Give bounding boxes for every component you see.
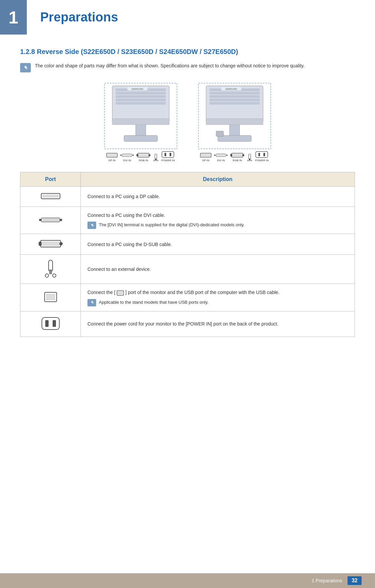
svg-point-52: [230, 154, 232, 157]
note-box: ✎ The color and shape of parts may diffe…: [20, 62, 355, 72]
headphone-port-icon: [45, 259, 57, 278]
port-cell-dvi: [20, 207, 81, 234]
svg-point-23: [148, 154, 150, 156]
svg-rect-64: [42, 194, 59, 198]
section-heading: 1.2.8 Reverse Side (S22E650D / S23E650D …: [20, 48, 355, 56]
svg-rect-28: [162, 152, 174, 158]
diagram-left: SAMSUNG DP IN: [104, 82, 178, 162]
svg-rect-24: [155, 154, 157, 159]
svg-point-14: [120, 155, 122, 156]
port-label-dvi-left: DVI IN: [120, 152, 134, 162]
note-text: The color and shape of parts may differ …: [35, 62, 305, 69]
port-label-hp-right: [247, 154, 252, 162]
svg-rect-54: [232, 154, 242, 157]
table-row: Connect to a PC using a DP cable.: [20, 187, 355, 207]
dvi-note: ✎ The [DVI IN] terminal is supplied for …: [87, 222, 348, 229]
svg-rect-45: [201, 154, 210, 157]
desc-cell-rgb: Connect to a PC using the D-SUB cable.: [81, 234, 355, 255]
usb-note-icon: ✎: [87, 299, 96, 306]
port-label-power-left: POWER IN: [161, 151, 175, 162]
svg-rect-36: [209, 99, 260, 101]
desc-cell-usb: Connect the [ ] port of the monitor and …: [81, 284, 355, 311]
chapter-number: 1: [0, 0, 27, 35]
port-label-rgb-left: RGB IN: [136, 152, 150, 162]
svg-rect-76: [49, 270, 52, 274]
svg-rect-6: [116, 102, 166, 105]
svg-rect-62: [263, 153, 265, 156]
svg-rect-61: [258, 153, 260, 156]
svg-point-65: [39, 219, 41, 221]
usb-note: ✎ Applicable to the stand models that ha…: [87, 299, 348, 306]
diagram-right: SAMSUNG DP IN: [198, 82, 271, 162]
svg-rect-34: [209, 92, 260, 95]
dvi-note-icon: ✎: [87, 222, 96, 229]
port-cell-dp: [20, 187, 81, 207]
usb-note-text: Applicable to the stand models that have…: [99, 299, 208, 306]
svg-point-59: [251, 160, 252, 161]
svg-rect-3: [116, 92, 166, 95]
table-header-desc: Description: [81, 172, 355, 187]
svg-rect-11: [112, 119, 169, 125]
port-label-dp-right: DP IN: [200, 152, 211, 162]
svg-rect-42: [216, 131, 224, 136]
table-row: Connect to a PC using the DVI cable. ✎ T…: [20, 207, 355, 234]
desc-cell-dp: Connect to a PC using a DP cable.: [81, 187, 355, 207]
svg-text:SAMSUNG: SAMSUNG: [225, 88, 237, 90]
svg-rect-13: [107, 154, 117, 157]
svg-point-74: [59, 242, 63, 245]
svg-point-58: [247, 160, 249, 161]
svg-point-77: [45, 274, 49, 277]
note-icon: ✎: [20, 63, 31, 72]
desc-cell-dvi: Connect to a PC using the DVI cable. ✎ T…: [81, 207, 355, 234]
svg-rect-5: [116, 99, 166, 101]
table-header-port: Port: [20, 172, 81, 187]
svg-point-78: [53, 274, 56, 277]
dp-port-icon: [41, 191, 61, 201]
dvi-note-text: The [DVI IN] terminal is supplied for th…: [99, 222, 245, 228]
port-cell-usb: [20, 284, 81, 311]
svg-rect-4: [116, 95, 166, 98]
svg-rect-29: [165, 153, 166, 156]
svg-rect-82: [118, 291, 123, 295]
svg-rect-30: [170, 153, 171, 156]
table-row: Connect to a PC using the D-SUB cable.: [20, 234, 355, 255]
svg-point-27: [157, 160, 158, 161]
svg-rect-83: [42, 317, 59, 330]
svg-point-19: [132, 155, 134, 156]
svg-rect-73: [42, 241, 60, 246]
port-cell-rgb: [20, 234, 81, 255]
dvi-port-icon: [39, 215, 62, 225]
footer-page-number: 32: [348, 576, 362, 585]
svg-rect-35: [209, 95, 260, 98]
diagrams-area: SAMSUNG DP IN: [20, 82, 355, 162]
port-label-dp-left: DP IN: [106, 152, 118, 162]
port-label-rgb-right: RGB IN: [230, 152, 244, 162]
page-footer: 1 Preparations 32: [0, 573, 375, 588]
usb-port-icon: [43, 291, 58, 303]
table-row: Connect to an external device.: [20, 255, 355, 284]
svg-point-70: [60, 219, 62, 221]
table-row: Connect the [ ] port of the monitor and …: [20, 284, 355, 311]
svg-rect-84: [45, 320, 49, 327]
power-port-icon: [41, 316, 61, 331]
port-cell-headphone: [20, 255, 81, 284]
svg-rect-10: [124, 135, 158, 141]
svg-rect-85: [53, 320, 56, 327]
dsub-port-icon: [39, 239, 63, 249]
footer-text: 1 Preparations: [312, 578, 342, 583]
page-header: 1 Preparations: [0, 0, 375, 35]
desc-cell-power: Connect the power cord for your monitor …: [81, 311, 355, 337]
svg-rect-60: [256, 152, 268, 158]
table-row: Connect the power cord for your monitor …: [20, 311, 355, 337]
svg-rect-56: [249, 154, 251, 159]
svg-rect-25: [155, 159, 157, 161]
desc-cell-headphone: Connect to an external device.: [81, 255, 355, 284]
svg-text:SAMSUNG: SAMSUNG: [131, 88, 143, 90]
svg-point-26: [153, 160, 155, 161]
svg-point-55: [242, 154, 244, 156]
svg-point-20: [136, 154, 138, 157]
monitor-svg-left: SAMSUNG: [104, 82, 178, 150]
page-title: Preparations: [27, 0, 131, 35]
port-label-dvi-right: DVI IN: [214, 152, 228, 162]
svg-rect-57: [249, 159, 250, 161]
